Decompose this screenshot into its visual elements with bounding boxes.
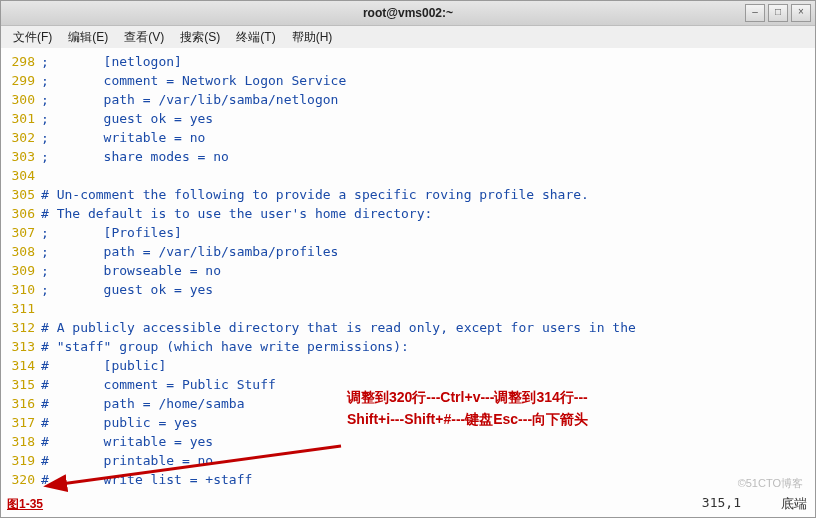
menu-help[interactable]: 帮助(H) bbox=[286, 27, 339, 48]
terminal-window: root@vms002:~ – □ × 文件(F) 编辑(E) 查看(V) 搜索… bbox=[0, 0, 816, 518]
code-text: # printable = no bbox=[41, 453, 213, 468]
line-number: 320 bbox=[1, 470, 35, 489]
code-text: ; comment = Network Logon Service bbox=[41, 73, 346, 88]
code-text: # The default is to use the user's home … bbox=[41, 206, 432, 221]
code-line: 306# The default is to use the user's ho… bbox=[1, 204, 815, 223]
code-text: # Un-comment the following to provide a … bbox=[41, 187, 589, 202]
code-line: 314# [public] bbox=[1, 356, 815, 375]
code-line: 302; writable = no bbox=[1, 128, 815, 147]
code-line: 311 bbox=[1, 299, 815, 318]
code-text: # comment = Public Stuff bbox=[41, 377, 276, 392]
code-text: # A publicly accessible directory that i… bbox=[41, 320, 636, 335]
code-text: # writable = yes bbox=[41, 434, 213, 449]
line-number: 305 bbox=[1, 185, 35, 204]
code-text: # "staff" group (which have write permis… bbox=[41, 339, 409, 354]
code-line: 310; guest ok = yes bbox=[1, 280, 815, 299]
line-number: 304 bbox=[1, 166, 35, 185]
line-number: 311 bbox=[1, 299, 35, 318]
line-number: 312 bbox=[1, 318, 35, 337]
line-number: 301 bbox=[1, 109, 35, 128]
code-text: ; writable = no bbox=[41, 130, 205, 145]
code-line: 304 bbox=[1, 166, 815, 185]
line-number: 310 bbox=[1, 280, 35, 299]
line-number: 316 bbox=[1, 394, 35, 413]
code-line: 319# printable = no bbox=[1, 451, 815, 470]
code-text: ; share modes = no bbox=[41, 149, 229, 164]
code-text: # public = yes bbox=[41, 415, 198, 430]
code-line: 312# A publicly accessible directory tha… bbox=[1, 318, 815, 337]
line-number: 306 bbox=[1, 204, 35, 223]
code-text: ; [netlogon] bbox=[41, 54, 182, 69]
code-text: # path = /home/samba bbox=[41, 396, 245, 411]
line-number: 317 bbox=[1, 413, 35, 432]
line-number: 308 bbox=[1, 242, 35, 261]
maximize-button[interactable]: □ bbox=[768, 4, 788, 22]
line-number: 314 bbox=[1, 356, 35, 375]
watermark: ©51CTO博客 bbox=[738, 476, 803, 491]
code-line: 301; guest ok = yes bbox=[1, 109, 815, 128]
window-title: root@vms002:~ bbox=[363, 6, 453, 20]
window-buttons: – □ × bbox=[745, 4, 811, 22]
titlebar: root@vms002:~ – □ × bbox=[1, 1, 815, 26]
code-text: # write list = +staff bbox=[41, 472, 252, 487]
line-number: 318 bbox=[1, 432, 35, 451]
position-mode: 底端 bbox=[781, 495, 807, 513]
editor-area[interactable]: 298; [netlogon]299; comment = Network Lo… bbox=[1, 48, 815, 517]
code-line: 315# comment = Public Stuff bbox=[1, 375, 815, 394]
line-number: 319 bbox=[1, 451, 35, 470]
code-text: ; [Profiles] bbox=[41, 225, 182, 240]
code-text: ; guest ok = yes bbox=[41, 111, 213, 126]
line-number: 307 bbox=[1, 223, 35, 242]
code-line: 307; [Profiles] bbox=[1, 223, 815, 242]
line-number: 299 bbox=[1, 71, 35, 90]
code-line: 320# write list = +staff bbox=[1, 470, 815, 489]
code-text: ; guest ok = yes bbox=[41, 282, 213, 297]
line-number: 298 bbox=[1, 52, 35, 71]
code-text: ; path = /var/lib/samba/profiles bbox=[41, 244, 338, 259]
status-right: 315,1 底端 bbox=[702, 495, 807, 513]
line-number: 313 bbox=[1, 337, 35, 356]
line-number: 309 bbox=[1, 261, 35, 280]
code-line: 317# public = yes bbox=[1, 413, 815, 432]
code-line: 305# Un-comment the following to provide… bbox=[1, 185, 815, 204]
code-line: 308; path = /var/lib/samba/profiles bbox=[1, 242, 815, 261]
code-line: 300; path = /var/lib/samba/netlogon bbox=[1, 90, 815, 109]
cursor-position: 315,1 bbox=[702, 495, 741, 513]
menubar: 文件(F) 编辑(E) 查看(V) 搜索(S) 终端(T) 帮助(H) bbox=[1, 26, 815, 49]
code-text: # [public] bbox=[41, 358, 166, 373]
menu-file[interactable]: 文件(F) bbox=[7, 27, 58, 48]
line-number: 302 bbox=[1, 128, 35, 147]
menu-edit[interactable]: 编辑(E) bbox=[62, 27, 114, 48]
menu-view[interactable]: 查看(V) bbox=[118, 27, 170, 48]
line-number: 315 bbox=[1, 375, 35, 394]
code-line: 316# path = /home/samba bbox=[1, 394, 815, 413]
menu-search[interactable]: 搜索(S) bbox=[174, 27, 226, 48]
code-line: 303; share modes = no bbox=[1, 147, 815, 166]
code-text: ; browseable = no bbox=[41, 263, 221, 278]
code-line: 309; browseable = no bbox=[1, 261, 815, 280]
minimize-button[interactable]: – bbox=[745, 4, 765, 22]
code-line: 299; comment = Network Logon Service bbox=[1, 71, 815, 90]
line-number: 303 bbox=[1, 147, 35, 166]
code-line: 313# "staff" group (which have write per… bbox=[1, 337, 815, 356]
menu-terminal[interactable]: 终端(T) bbox=[230, 27, 281, 48]
line-number: 300 bbox=[1, 90, 35, 109]
figure-label: 图1-35 bbox=[7, 496, 43, 513]
code-text: ; path = /var/lib/samba/netlogon bbox=[41, 92, 338, 107]
code-line: 298; [netlogon] bbox=[1, 52, 815, 71]
close-button[interactable]: × bbox=[791, 4, 811, 22]
code-line: 318# writable = yes bbox=[1, 432, 815, 451]
